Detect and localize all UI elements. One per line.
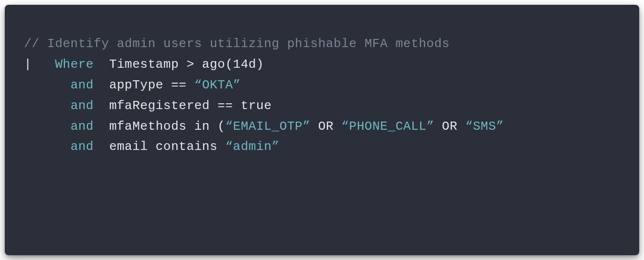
phone-call-string: “PHONE_CALL”: [341, 119, 434, 134]
email-condition: email contains: [94, 139, 225, 154]
code-line-email: and email contains “admin”: [24, 136, 620, 157]
and-keyword: and: [71, 99, 94, 113]
apptype-condition: appType ==: [94, 78, 194, 92]
indent: [24, 78, 71, 92]
and-keyword: and: [71, 78, 94, 92]
mfaregistered-condition: mfaRegistered == true: [94, 99, 272, 113]
mfamethods-text: mfaMethods in (: [94, 119, 225, 134]
comment-text: // Identify admin users utilizing phisha…: [24, 37, 450, 51]
or-operator: OR: [310, 119, 341, 134]
code-line-where: | Where Timestamp > ago(14d): [24, 54, 620, 75]
code-line-mfamethods: and mfaMethods in (“EMAIL_OTP” OR “PHONE…: [24, 116, 620, 137]
admin-string: “admin”: [225, 139, 280, 154]
where-keyword: Where: [55, 57, 94, 72]
and-keyword: and: [71, 119, 94, 134]
or-operator: OR: [434, 119, 465, 134]
indent: [24, 99, 71, 113]
code-block: // Identify admin users utilizing phisha…: [5, 5, 639, 255]
sms-string: “SMS”: [465, 119, 504, 134]
and-keyword: and: [71, 139, 94, 154]
pipe-symbol: |: [24, 57, 55, 72]
timestamp-condition: Timestamp > ago(14d): [94, 57, 264, 72]
indent: [24, 119, 71, 134]
indent: [24, 139, 71, 154]
email-otp-string: “EMAIL_OTP”: [225, 119, 310, 134]
code-line-comment: // Identify admin users utilizing phisha…: [24, 34, 620, 54]
code-line-apptype: and appType == “OKTA”: [24, 75, 620, 96]
code-line-mfaregistered: and mfaRegistered == true: [24, 96, 620, 116]
okta-string: “OKTA”: [194, 78, 241, 92]
